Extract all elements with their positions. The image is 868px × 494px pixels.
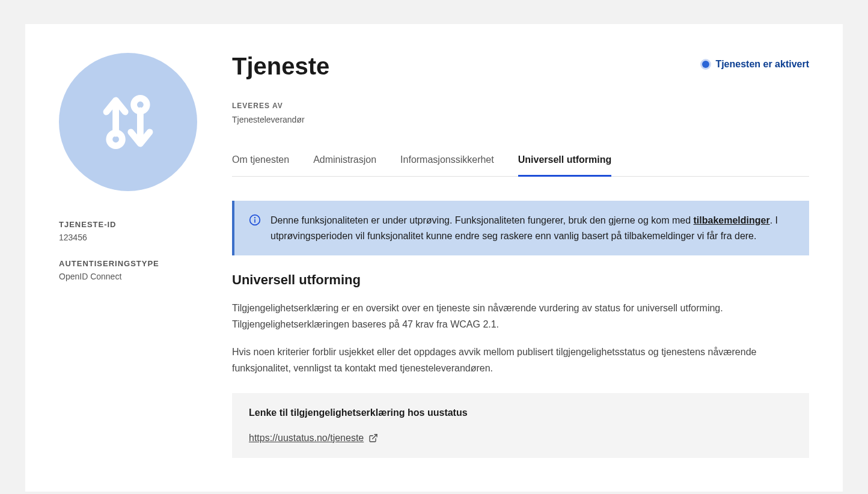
svg-point-5 — [254, 217, 255, 218]
feedback-link[interactable]: tilbakemeldinger — [694, 215, 770, 225]
main-content: Tjeneste Tjenesten er aktivert LEVERES A… — [232, 53, 809, 458]
accessibility-link-block: Lenke til tilgjengelighetserklæring hos … — [232, 393, 809, 458]
status-dot-icon — [702, 61, 709, 68]
status-badge: Tjenesten er aktivert — [702, 59, 809, 70]
section-paragraph-2: Hvis noen kriterier forblir usjekket ell… — [232, 344, 809, 376]
tab-universal-design[interactable]: Universell utforming — [518, 148, 612, 177]
tab-infosec[interactable]: Informasjonssikkerhet — [400, 148, 494, 177]
tab-bar: Om tjenesten Administrasjon Informasjons… — [232, 148, 809, 177]
arrows-updown-icon — [92, 86, 164, 158]
uustatus-link[interactable]: https://uustatus.no/tjeneste — [249, 433, 378, 444]
service-logo — [59, 53, 197, 191]
info-icon — [249, 214, 261, 226]
service-id-value: 123456 — [59, 233, 203, 242]
svg-point-1 — [109, 133, 123, 146]
uustatus-link-text: https://uustatus.no/tjeneste — [249, 433, 364, 444]
info-banner-text: Denne funksjonaliteten er under utprøvin… — [270, 213, 795, 243]
tab-about[interactable]: Om tjenesten — [232, 148, 289, 177]
status-label: Tjenesten er aktivert — [715, 59, 809, 70]
header-row: Tjeneste Tjenesten er aktivert — [232, 53, 809, 102]
info-banner: Denne funksjonaliteten er under utprøvin… — [232, 201, 809, 255]
service-id-label: TJENESTE-ID — [59, 220, 203, 229]
delivered-by-label: LEVERES AV — [232, 102, 809, 110]
auth-type-value: OpenID Connect — [59, 272, 203, 281]
sidebar: TJENESTE-ID 123456 AUTENTISERINGSTYPE Op… — [59, 53, 203, 458]
section-paragraph-1: Tilgjengelighetserklæring er en oversikt… — [232, 300, 809, 332]
external-link-icon — [368, 433, 378, 443]
auth-type-label: AUTENTISERINGSTYPE — [59, 259, 203, 268]
banner-text-before: Denne funksjonaliteten er under utprøvin… — [270, 215, 694, 225]
svg-line-7 — [373, 435, 377, 439]
section-heading: Universell utforming — [232, 272, 809, 288]
content-card: TJENESTE-ID 123456 AUTENTISERINGSTYPE Op… — [25, 24, 843, 492]
tab-administration[interactable]: Administrasjon — [313, 148, 376, 177]
svg-point-3 — [134, 98, 147, 111]
svg-rect-6 — [254, 219, 255, 223]
page-title: Tjeneste — [232, 53, 329, 80]
delivered-by-value: Tjenesteleverandør — [232, 115, 809, 124]
link-block-heading: Lenke til tilgjengelighetserklæring hos … — [249, 407, 792, 418]
